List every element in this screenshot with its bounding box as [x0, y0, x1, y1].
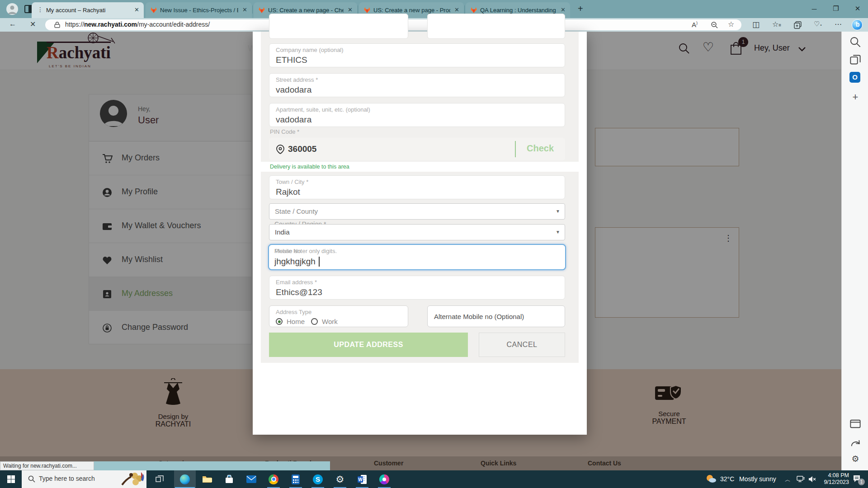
browser-profile-avatar[interactable] [6, 3, 18, 15]
country-label-sliver: Country / Region * [269, 221, 405, 224]
sidebar-search-icon[interactable] [849, 36, 861, 48]
check-divider [515, 141, 516, 157]
first-name-field-cutoff[interactable] [269, 14, 408, 39]
screen: ⋮ My account – Rachyati ✕ New Issue - Et… [0, 0, 868, 488]
mobile-number-field[interactable]: Mobile No Please enter only digits. jhgk… [268, 244, 566, 270]
tray-time: 4:08 PM [819, 472, 849, 479]
minimize-button[interactable]: ─ [804, 0, 825, 17]
favorite-star-icon[interactable]: ☆ [728, 20, 734, 28]
lock-icon [54, 22, 60, 28]
favorites-bar-icon[interactable]: ☆≡ [772, 20, 781, 28]
check-button[interactable]: Check [527, 143, 554, 154]
network-icon[interactable] [797, 476, 805, 483]
apartment-field[interactable]: Apartment, suite, unit, etc. (optional) … [269, 103, 565, 127]
close-button[interactable]: ✕ [847, 0, 868, 17]
mobile-placeholder-overlap-b: Please enter only digits. [274, 248, 337, 254]
radio-home[interactable] [276, 318, 283, 325]
pin-code-field[interactable]: 360005 Check [269, 138, 565, 160]
bing-chat-icon[interactable]: b [852, 19, 863, 30]
town-city-field[interactable]: Town / City * Rajkot [269, 175, 565, 199]
email-field[interactable]: Email address * Ethics@123 [269, 276, 565, 300]
split-screen-icon[interactable]: ◫ [752, 20, 760, 29]
alternate-mobile-field[interactable]: Alternate Mobile no (Optional) [427, 305, 565, 327]
tab-close-icon[interactable]: ✕ [454, 6, 459, 13]
task-view-icon[interactable] [156, 475, 164, 483]
status-bar-tooltip: Waiting for new.rachyati.com... [0, 461, 94, 470]
taskbar-calculator-icon[interactable] [285, 470, 307, 488]
cancel-button[interactable]: CANCEL [479, 333, 565, 357]
search-highlight-image[interactable] [118, 471, 145, 487]
back-icon[interactable]: ← [9, 20, 16, 28]
windows-taskbar: Type here to search [0, 470, 868, 488]
volume-muted-icon[interactable] [808, 476, 816, 483]
sidebar-window-icon[interactable] [849, 418, 861, 430]
tab-close-icon[interactable]: ✕ [242, 6, 247, 13]
tab-title: QA Learning : Understanding and [480, 7, 557, 14]
svg-text:W: W [358, 477, 363, 482]
weather-desc[interactable]: Mostly sunny [739, 475, 776, 483]
location-pin-icon [276, 145, 284, 154]
notification-badge: 1 [858, 479, 865, 485]
sidebar-add-icon[interactable]: + [849, 91, 861, 103]
weather-icon[interactable] [705, 474, 717, 484]
tray-date: 9/12/2023 [819, 479, 849, 486]
select-caret-icon: ▼ [556, 209, 560, 214]
radio-work[interactable] [311, 318, 318, 325]
taskbar-paint3d-icon[interactable] [373, 470, 395, 488]
select-caret-icon: ▼ [556, 230, 560, 235]
taskbar-settings-icon[interactable]: ⚙ [329, 470, 351, 488]
country-select[interactable]: India ▼ [269, 224, 565, 240]
stop-loading-icon[interactable]: ✕ [30, 20, 36, 28]
address-type-group: Address Type Home Work [269, 305, 408, 327]
sidebar-share-icon[interactable] [849, 436, 861, 448]
gitlab-favicon [363, 6, 371, 14]
zoom-out-icon[interactable] [711, 21, 718, 28]
taskbar-word-icon[interactable]: W [351, 470, 373, 488]
clock[interactable]: 4:08 PM 9/12/2023 [819, 472, 849, 486]
tab-close-icon[interactable]: ✕ [348, 6, 353, 13]
tray-chevron-icon[interactable]: ︿ [785, 476, 791, 484]
taskbar-search-box[interactable]: Type here to search [22, 470, 146, 488]
edit-address-dialog: Company name (optional) ETHICS Street ad… [253, 32, 587, 435]
weather-temp[interactable]: 32°C [720, 475, 734, 483]
taskbar-explorer-icon[interactable] [196, 470, 218, 488]
taskbar-chrome-icon[interactable] [263, 470, 284, 488]
new-tab-button[interactable]: + [578, 4, 583, 14]
start-button[interactable] [7, 475, 15, 483]
gitlab-favicon [470, 6, 477, 14]
tab-close-icon[interactable]: ✕ [134, 6, 139, 13]
text-cursor [319, 257, 320, 267]
collections-icon[interactable] [794, 21, 802, 29]
taskbar-skype-icon[interactable]: S [307, 470, 329, 488]
tab-title: New Issue - Ethics-Projects / Ethic [160, 7, 238, 14]
address-type-label: Address Type [276, 309, 311, 315]
sidebar-tabs-icon[interactable] [849, 54, 861, 66]
state-county-select[interactable]: State / County ▼ [269, 203, 565, 220]
read-aloud-icon[interactable]: A) [692, 21, 698, 28]
taskbar-mail-icon[interactable] [241, 470, 262, 488]
street-address-field[interactable]: Street address * vadodara [269, 73, 565, 97]
taskbar-search-placeholder: Type here to search [39, 475, 95, 482]
browser-viewport: Rachyati LET'S BE INDIAN W ♡ 1 Hey, User… [0, 32, 868, 470]
radio-work-label[interactable]: Work [322, 318, 338, 325]
loading-favicon: ⋮ [37, 6, 43, 13]
last-name-field-cutoff[interactable] [427, 14, 565, 39]
more-menu-icon[interactable]: ⋯ [835, 20, 842, 28]
taskbar-search-icon [28, 475, 35, 483]
sidebar-settings-icon[interactable]: ⚙ [849, 454, 861, 465]
gitlab-favicon [150, 6, 157, 14]
tab-title: US: Create a new page - Checkou [268, 7, 344, 14]
restore-button[interactable]: ❐ [826, 0, 846, 17]
delivery-message: Delivery is available to this area [270, 164, 349, 170]
tab-close-icon[interactable]: ✕ [561, 6, 566, 13]
tab-new-issue[interactable]: New Issue - Ethics-Projects / Ethic ✕ [146, 2, 252, 18]
taskbar-edge-icon[interactable] [174, 470, 196, 488]
mobile-value: jhgkhgjkgh [274, 257, 316, 267]
taskbar-store-icon[interactable] [218, 470, 240, 488]
browser-essentials-icon[interactable]: ♡˖ [814, 20, 822, 28]
outlook-icon[interactable]: O [849, 72, 860, 83]
update-address-button[interactable]: UPDATE ADDRESS [269, 333, 468, 357]
company-name-field[interactable]: Company name (optional) ETHICS [269, 43, 565, 67]
tab-my-account[interactable]: ⋮ My account – Rachyati ✕ [32, 2, 144, 18]
radio-home-label[interactable]: Home [287, 318, 305, 325]
